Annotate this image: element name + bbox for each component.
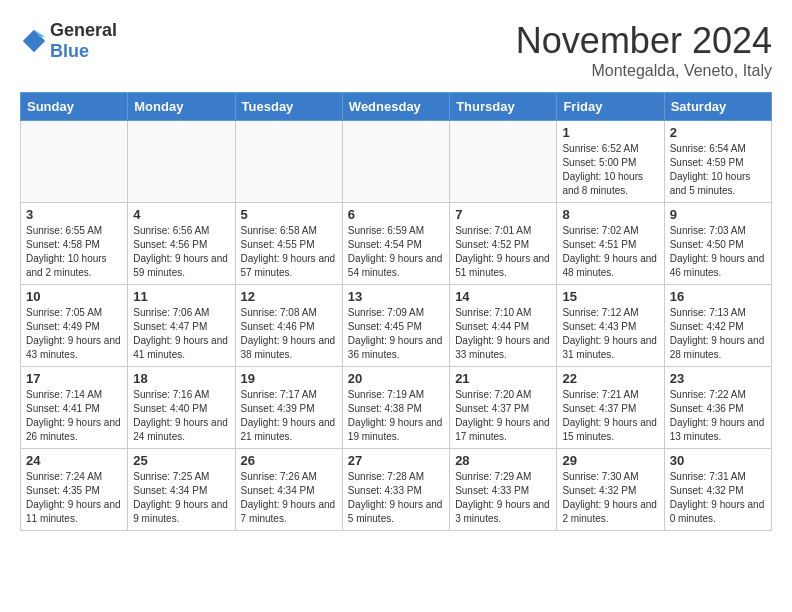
calendar-cell — [450, 121, 557, 203]
day-number: 14 — [455, 289, 551, 304]
day-number: 8 — [562, 207, 658, 222]
calendar-cell: 2Sunrise: 6:54 AM Sunset: 4:59 PM Daylig… — [664, 121, 771, 203]
day-info: Sunrise: 7:30 AM Sunset: 4:32 PM Dayligh… — [562, 470, 658, 526]
day-info: Sunrise: 7:12 AM Sunset: 4:43 PM Dayligh… — [562, 306, 658, 362]
calendar-cell: 4Sunrise: 6:56 AM Sunset: 4:56 PM Daylig… — [128, 203, 235, 285]
calendar-cell: 29Sunrise: 7:30 AM Sunset: 4:32 PM Dayli… — [557, 449, 664, 531]
day-info: Sunrise: 7:09 AM Sunset: 4:45 PM Dayligh… — [348, 306, 444, 362]
logo-general: General — [50, 20, 117, 40]
calendar-cell: 8Sunrise: 7:02 AM Sunset: 4:51 PM Daylig… — [557, 203, 664, 285]
calendar-cell: 7Sunrise: 7:01 AM Sunset: 4:52 PM Daylig… — [450, 203, 557, 285]
calendar-cell: 14Sunrise: 7:10 AM Sunset: 4:44 PM Dayli… — [450, 285, 557, 367]
calendar-header-row: Sunday Monday Tuesday Wednesday Thursday… — [21, 93, 772, 121]
calendar-cell: 24Sunrise: 7:24 AM Sunset: 4:35 PM Dayli… — [21, 449, 128, 531]
day-number: 17 — [26, 371, 122, 386]
calendar-cell — [342, 121, 449, 203]
header-tuesday: Tuesday — [235, 93, 342, 121]
day-number: 10 — [26, 289, 122, 304]
day-number: 20 — [348, 371, 444, 386]
calendar-cell: 3Sunrise: 6:55 AM Sunset: 4:58 PM Daylig… — [21, 203, 128, 285]
title-area: November 2024 Montegalda, Veneto, Italy — [516, 20, 772, 80]
day-info: Sunrise: 7:21 AM Sunset: 4:37 PM Dayligh… — [562, 388, 658, 444]
day-info: Sunrise: 7:31 AM Sunset: 4:32 PM Dayligh… — [670, 470, 766, 526]
day-info: Sunrise: 7:16 AM Sunset: 4:40 PM Dayligh… — [133, 388, 229, 444]
day-info: Sunrise: 6:58 AM Sunset: 4:55 PM Dayligh… — [241, 224, 337, 280]
svg-marker-0 — [23, 30, 45, 52]
day-number: 13 — [348, 289, 444, 304]
calendar-cell: 10Sunrise: 7:05 AM Sunset: 4:49 PM Dayli… — [21, 285, 128, 367]
day-info: Sunrise: 7:01 AM Sunset: 4:52 PM Dayligh… — [455, 224, 551, 280]
calendar: Sunday Monday Tuesday Wednesday Thursday… — [20, 92, 772, 531]
day-info: Sunrise: 7:02 AM Sunset: 4:51 PM Dayligh… — [562, 224, 658, 280]
day-info: Sunrise: 7:20 AM Sunset: 4:37 PM Dayligh… — [455, 388, 551, 444]
day-number: 16 — [670, 289, 766, 304]
day-number: 11 — [133, 289, 229, 304]
day-info: Sunrise: 6:59 AM Sunset: 4:54 PM Dayligh… — [348, 224, 444, 280]
page: General Blue November 2024 Montegalda, V… — [0, 0, 792, 541]
calendar-cell: 21Sunrise: 7:20 AM Sunset: 4:37 PM Dayli… — [450, 367, 557, 449]
calendar-cell: 16Sunrise: 7:13 AM Sunset: 4:42 PM Dayli… — [664, 285, 771, 367]
calendar-cell: 17Sunrise: 7:14 AM Sunset: 4:41 PM Dayli… — [21, 367, 128, 449]
subtitle: Montegalda, Veneto, Italy — [516, 62, 772, 80]
day-number: 27 — [348, 453, 444, 468]
calendar-cell — [235, 121, 342, 203]
day-number: 5 — [241, 207, 337, 222]
day-number: 7 — [455, 207, 551, 222]
header-friday: Friday — [557, 93, 664, 121]
day-number: 25 — [133, 453, 229, 468]
header-wednesday: Wednesday — [342, 93, 449, 121]
header-saturday: Saturday — [664, 93, 771, 121]
calendar-cell: 13Sunrise: 7:09 AM Sunset: 4:45 PM Dayli… — [342, 285, 449, 367]
calendar-cell: 15Sunrise: 7:12 AM Sunset: 4:43 PM Dayli… — [557, 285, 664, 367]
day-number: 28 — [455, 453, 551, 468]
day-number: 1 — [562, 125, 658, 140]
calendar-cell: 18Sunrise: 7:16 AM Sunset: 4:40 PM Dayli… — [128, 367, 235, 449]
calendar-cell: 9Sunrise: 7:03 AM Sunset: 4:50 PM Daylig… — [664, 203, 771, 285]
calendar-cell: 28Sunrise: 7:29 AM Sunset: 4:33 PM Dayli… — [450, 449, 557, 531]
day-info: Sunrise: 6:52 AM Sunset: 5:00 PM Dayligh… — [562, 142, 658, 198]
logo-blue: Blue — [50, 41, 89, 61]
calendar-week-3: 17Sunrise: 7:14 AM Sunset: 4:41 PM Dayli… — [21, 367, 772, 449]
day-number: 29 — [562, 453, 658, 468]
day-number: 9 — [670, 207, 766, 222]
day-number: 6 — [348, 207, 444, 222]
day-number: 22 — [562, 371, 658, 386]
day-info: Sunrise: 7:13 AM Sunset: 4:42 PM Dayligh… — [670, 306, 766, 362]
day-info: Sunrise: 7:17 AM Sunset: 4:39 PM Dayligh… — [241, 388, 337, 444]
calendar-cell: 25Sunrise: 7:25 AM Sunset: 4:34 PM Dayli… — [128, 449, 235, 531]
calendar-week-1: 3Sunrise: 6:55 AM Sunset: 4:58 PM Daylig… — [21, 203, 772, 285]
header: General Blue November 2024 Montegalda, V… — [20, 20, 772, 80]
month-title: November 2024 — [516, 20, 772, 62]
day-number: 21 — [455, 371, 551, 386]
day-info: Sunrise: 7:19 AM Sunset: 4:38 PM Dayligh… — [348, 388, 444, 444]
day-number: 19 — [241, 371, 337, 386]
day-info: Sunrise: 7:25 AM Sunset: 4:34 PM Dayligh… — [133, 470, 229, 526]
day-number: 23 — [670, 371, 766, 386]
calendar-cell: 23Sunrise: 7:22 AM Sunset: 4:36 PM Dayli… — [664, 367, 771, 449]
day-info: Sunrise: 6:54 AM Sunset: 4:59 PM Dayligh… — [670, 142, 766, 198]
day-info: Sunrise: 7:28 AM Sunset: 4:33 PM Dayligh… — [348, 470, 444, 526]
day-number: 2 — [670, 125, 766, 140]
day-info: Sunrise: 7:03 AM Sunset: 4:50 PM Dayligh… — [670, 224, 766, 280]
calendar-cell: 19Sunrise: 7:17 AM Sunset: 4:39 PM Dayli… — [235, 367, 342, 449]
logo-icon — [20, 27, 48, 55]
day-info: Sunrise: 7:14 AM Sunset: 4:41 PM Dayligh… — [26, 388, 122, 444]
day-number: 24 — [26, 453, 122, 468]
calendar-cell: 6Sunrise: 6:59 AM Sunset: 4:54 PM Daylig… — [342, 203, 449, 285]
day-info: Sunrise: 7:06 AM Sunset: 4:47 PM Dayligh… — [133, 306, 229, 362]
calendar-cell: 20Sunrise: 7:19 AM Sunset: 4:38 PM Dayli… — [342, 367, 449, 449]
calendar-cell: 22Sunrise: 7:21 AM Sunset: 4:37 PM Dayli… — [557, 367, 664, 449]
day-number: 30 — [670, 453, 766, 468]
calendar-cell: 30Sunrise: 7:31 AM Sunset: 4:32 PM Dayli… — [664, 449, 771, 531]
calendar-cell: 5Sunrise: 6:58 AM Sunset: 4:55 PM Daylig… — [235, 203, 342, 285]
calendar-cell: 12Sunrise: 7:08 AM Sunset: 4:46 PM Dayli… — [235, 285, 342, 367]
calendar-cell — [21, 121, 128, 203]
header-sunday: Sunday — [21, 93, 128, 121]
day-info: Sunrise: 7:24 AM Sunset: 4:35 PM Dayligh… — [26, 470, 122, 526]
day-info: Sunrise: 7:29 AM Sunset: 4:33 PM Dayligh… — [455, 470, 551, 526]
day-info: Sunrise: 7:26 AM Sunset: 4:34 PM Dayligh… — [241, 470, 337, 526]
day-info: Sunrise: 7:08 AM Sunset: 4:46 PM Dayligh… — [241, 306, 337, 362]
calendar-week-0: 1Sunrise: 6:52 AM Sunset: 5:00 PM Daylig… — [21, 121, 772, 203]
day-number: 12 — [241, 289, 337, 304]
day-number: 3 — [26, 207, 122, 222]
